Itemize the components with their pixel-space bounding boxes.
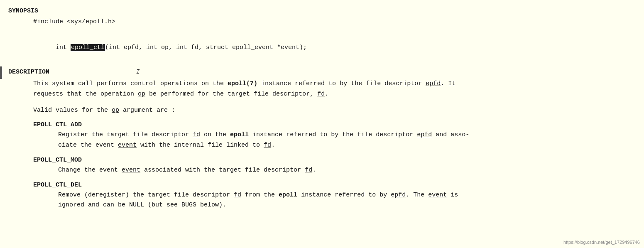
synopsis-label: SYNOPSIS [8, 7, 636, 15]
del-text2: from the [241, 192, 279, 199]
epoll-ctl-mod-label: EPOLL_CTL_MOD [8, 157, 636, 164]
epoll-ctl-del-body: Remove (deregister) the target file desc… [8, 190, 636, 211]
synopsis-section: SYNOPSIS #include <sys/epoll.h> int epol… [8, 7, 636, 63]
mod-event: event [122, 167, 140, 174]
epoll-ctl-add-label: EPOLL_CTL_ADD [8, 121, 636, 128]
epoll-ctl-add-body: Register the target file descriptor fd o… [8, 130, 636, 151]
watermark: https://blog.csdn.net/get_1729496746 [563, 240, 640, 245]
include-line: #include <sys/epoll.h> [8, 17, 636, 27]
add-fd1: fd [193, 131, 200, 138]
epoll-ctl-del-section: EPOLL_CTL_DEL Remove (deregister) the ta… [8, 182, 636, 211]
epoll-ctl-del-label: EPOLL_CTL_DEL [8, 182, 636, 189]
mod-fd: fd [305, 167, 312, 174]
add-event: event [118, 142, 137, 149]
para2-text: Valid values for the [33, 107, 112, 114]
para1-fd: fd [317, 91, 325, 98]
para1-line2-text: requests that the operation [33, 91, 138, 98]
function-name-highlight: epoll_ctl [71, 44, 105, 51]
epoll-ctl-mod-section: EPOLL_CTL_MOD Change the event event ass… [8, 157, 636, 176]
mod-text1: Change the event [58, 167, 122, 174]
para1-bold: epoll(7) [228, 80, 257, 87]
para1-op: op [138, 91, 145, 98]
cursor-indicator: I [136, 69, 140, 75]
para2-op: op [112, 107, 119, 114]
epoll-ctl-mod-body: Change the event event associated with t… [8, 165, 636, 176]
del-epfd: epfd [391, 192, 406, 199]
description-section: DESCRIPTION I This system call performs … [8, 69, 636, 211]
add-fd2: fd [264, 142, 271, 149]
del-fd: fd [234, 192, 241, 199]
del-line2: ignored and can be NULL (but see BUGS be… [58, 201, 226, 209]
add-text3: instance referred to by the file descrip… [249, 131, 417, 138]
add-text1: Register the target file descriptor [58, 131, 193, 138]
add-text5: ciate the event [58, 142, 118, 149]
mod-text2: associated with the target file descript… [140, 167, 305, 174]
para2-suffix: argument are : [119, 107, 175, 114]
left-border-accent [0, 66, 2, 79]
epoll-ctl-add-section: EPOLL_CTL_ADD Register the target file d… [8, 121, 636, 151]
function-signature: int epoll_ctl(int epfd, int op, int fd, … [8, 33, 636, 63]
description-para2: Valid values for the op argument are : [8, 106, 636, 116]
description-para1: This system call performs control operat… [8, 79, 636, 100]
para1-text3: . It [441, 80, 455, 87]
del-text1: Remove (deregister) the target file desc… [58, 192, 234, 199]
mod-text3: . [312, 167, 316, 174]
del-text3: instance referred to by [297, 192, 391, 199]
add-epfd: epfd [417, 131, 432, 138]
para1-line2c: . [325, 91, 328, 98]
del-text4: . The [406, 192, 428, 199]
description-label: DESCRIPTION I [8, 69, 636, 76]
del-text5: is [447, 192, 458, 199]
para1-line2b: be performed for the target file descrip… [145, 91, 317, 98]
del-bold: epoll [279, 192, 297, 199]
add-text4: and asso- [432, 131, 469, 138]
add-bold: epoll [230, 131, 249, 138]
add-text2: on the [200, 131, 230, 138]
para1-text1: This system call performs control operat… [33, 80, 228, 87]
del-event: event [428, 192, 447, 199]
page-content: SYNOPSIS #include <sys/epoll.h> int epol… [8, 7, 636, 211]
para1-epfd: epfd [426, 80, 441, 87]
add-text6: with the internal file linked to [137, 142, 264, 149]
function-prefix: int [56, 44, 71, 51]
function-suffix: (int epfd, int op, int fd, struct epoll_… [105, 44, 307, 51]
para1-text2: instance referred to by the file descrip… [257, 80, 426, 87]
add-text7: . [271, 142, 275, 149]
